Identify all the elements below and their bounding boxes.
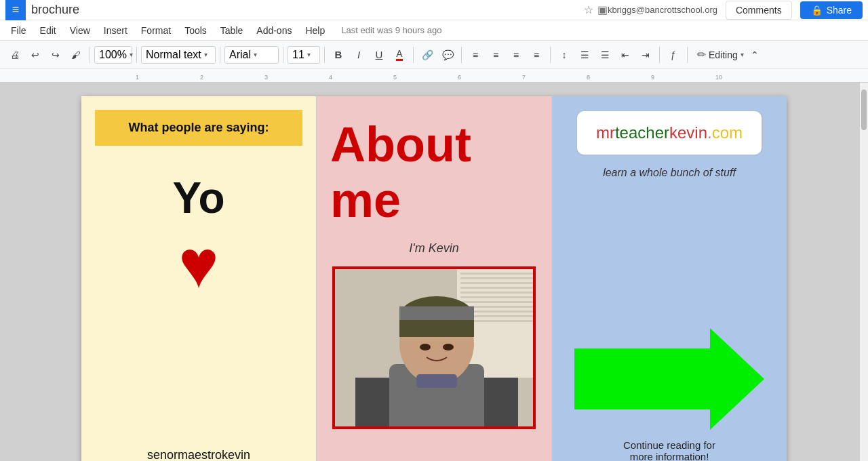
panel-1-yellow-box: What people are saying: xyxy=(95,110,302,146)
lock-icon: 🔒 xyxy=(811,5,823,16)
link-button[interactable]: 🔗 xyxy=(418,45,437,64)
comments-button[interactable]: Comments xyxy=(726,1,792,20)
menu-table[interactable]: Table xyxy=(215,23,248,38)
font-value: Arial xyxy=(229,49,251,61)
panel-3: mrteacherkevin.com learn a whole bunch o… xyxy=(552,96,787,461)
ruler-tick: 8 xyxy=(587,74,590,81)
svg-rect-6 xyxy=(460,292,535,294)
ordered-list-button[interactable]: ☰ xyxy=(575,45,594,64)
align-center-button[interactable]: ≡ xyxy=(486,45,505,64)
font-arrow-icon: ▾ xyxy=(254,51,257,58)
brochure-document: What people are saying: Yo ♥ senormaestr… xyxy=(81,96,787,461)
size-arrow-icon: ▾ xyxy=(307,51,311,58)
bold-button[interactable]: B xyxy=(329,45,348,64)
scrollbar-thumb[interactable] xyxy=(861,89,867,130)
redo-button[interactable]: ↪ xyxy=(46,45,65,64)
pencil-icon: ✏ xyxy=(697,48,706,61)
menu-help[interactable]: Help xyxy=(300,23,330,38)
editing-arrow-icon[interactable]: ▾ xyxy=(741,51,744,58)
separator-1 xyxy=(90,47,90,63)
learn-text: learn a whole bunch of stuff xyxy=(603,167,736,179)
paint-format-button[interactable]: 🖌 xyxy=(66,45,85,64)
collapse-button[interactable]: ⌃ xyxy=(745,45,764,64)
photo-frame xyxy=(332,266,536,429)
share-button[interactable]: 🔒 Share xyxy=(800,1,863,19)
scrollbar[interactable] xyxy=(860,83,868,461)
separator-3 xyxy=(220,47,220,63)
svg-rect-8 xyxy=(460,301,535,303)
separator-9 xyxy=(659,47,660,63)
menu-file[interactable]: File xyxy=(5,23,32,38)
font-select[interactable]: Arial ▾ xyxy=(224,46,279,64)
website-box: mrteacherkevin.com xyxy=(576,110,762,156)
separator-10 xyxy=(687,47,688,63)
ruler-tick: 2 xyxy=(200,74,203,81)
svg-point-21 xyxy=(443,344,454,350)
svg-rect-4 xyxy=(460,282,535,284)
website-dot: . xyxy=(707,123,712,142)
folder-icon[interactable]: ▣ xyxy=(597,3,608,16)
align-right-button[interactable]: ≡ xyxy=(507,45,526,64)
svg-rect-3 xyxy=(460,277,535,279)
top-bar: ≡ brochure ☆ ▣ kbriggs@bancrottschool.or… xyxy=(0,0,868,20)
menu-addons[interactable]: Add-ons xyxy=(251,23,297,38)
menu-view[interactable]: View xyxy=(64,23,96,38)
align-justify-button[interactable]: ≡ xyxy=(527,45,546,64)
separator-6 xyxy=(413,47,414,63)
panel-1-yo-text: Yo xyxy=(172,173,224,223)
ruler-tick: 5 xyxy=(393,74,397,81)
ruler-tick: 7 xyxy=(522,74,526,81)
menu-edit[interactable]: Edit xyxy=(35,23,62,38)
zoom-value: 100% xyxy=(99,49,127,61)
website-kevin: kevin xyxy=(669,123,707,142)
undo-button[interactable]: ↩ xyxy=(26,45,45,64)
separator-5 xyxy=(324,47,325,63)
size-value: 11 xyxy=(292,49,304,61)
text-color-button[interactable]: A xyxy=(390,45,409,64)
svg-rect-2 xyxy=(460,273,535,275)
unordered-list-button[interactable]: ☰ xyxy=(595,45,614,64)
app-icon[interactable]: ≡ xyxy=(5,0,26,20)
separator-2 xyxy=(136,47,137,63)
panel-2-subtitle: I'm Kevin xyxy=(409,241,458,256)
ruler-tick: 4 xyxy=(329,74,332,81)
star-icon[interactable]: ☆ xyxy=(584,3,593,16)
separator-4 xyxy=(283,47,283,63)
separator-8 xyxy=(550,47,551,63)
style-value: Normal text xyxy=(146,49,201,61)
comment-inline-button[interactable]: 💬 xyxy=(438,45,457,64)
title-icons: ☆ ▣ xyxy=(584,3,608,16)
ruler-tick: 9 xyxy=(651,74,654,81)
menu-tools[interactable]: Tools xyxy=(179,23,212,38)
svg-rect-7 xyxy=(460,296,535,298)
print-button[interactable]: 🖨 xyxy=(5,45,24,64)
top-right: kbriggs@bancrottschool.org Comments 🔒 Sh… xyxy=(608,1,863,20)
panel-2-title: About me xyxy=(330,117,538,228)
svg-rect-5 xyxy=(460,287,535,289)
italic-button[interactable]: I xyxy=(349,45,368,64)
svg-marker-23 xyxy=(574,328,764,430)
toolbar: 🖨 ↩ ↪ 🖌 100% ▾ Normal text ▾ Arial ▾ 11 … xyxy=(0,41,868,69)
menu-insert[interactable]: Insert xyxy=(98,23,133,38)
style-select[interactable]: Normal text ▾ xyxy=(141,46,216,64)
person-photo xyxy=(335,269,533,426)
menu-bar: File Edit View Insert Format Tools Table… xyxy=(0,20,868,41)
menu-format[interactable]: Format xyxy=(136,23,176,38)
green-arrow-svg xyxy=(574,321,764,437)
ruler-tick: 6 xyxy=(458,74,461,81)
line-spacing-button[interactable]: ↕ xyxy=(555,45,574,64)
zoom-select[interactable]: 100% ▾ xyxy=(94,46,132,64)
panel-2: About me I'm Kevin xyxy=(317,96,552,461)
panel-1: What people are saying: Yo ♥ senormaestr… xyxy=(81,96,317,461)
decrease-indent-button[interactable]: ⇤ xyxy=(616,45,635,64)
svg-rect-19 xyxy=(399,306,474,320)
underline-button[interactable]: U xyxy=(370,45,389,64)
align-left-button[interactable]: ≡ xyxy=(466,45,485,64)
increase-indent-button[interactable]: ⇥ xyxy=(636,45,655,64)
size-select[interactable]: 11 ▾ xyxy=(288,46,320,64)
document-area: What people are saying: Yo ♥ senormaestr… xyxy=(0,83,868,461)
formula-button[interactable]: ƒ xyxy=(664,45,683,64)
ruler: 1 2 3 4 5 6 7 8 9 10 xyxy=(0,69,868,83)
panel-1-box-text: What people are saying: xyxy=(128,121,269,134)
editing-label[interactable]: Editing xyxy=(709,49,738,60)
